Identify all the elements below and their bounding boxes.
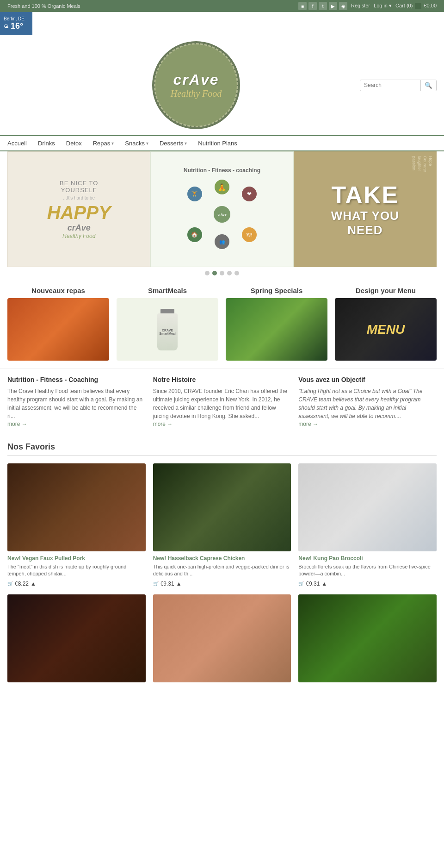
price-value-3: €9.31 xyxy=(306,581,320,587)
favoris-item-5 xyxy=(153,594,291,686)
nav-item-desserts[interactable]: Desserts ▾ xyxy=(160,140,187,147)
slide3-words: HopeCouragelaughterpassion xyxy=(412,156,433,172)
info-block-objectif: Vous avez un Objectif "Eating Right not … xyxy=(298,376,437,427)
favoris-name-2[interactable]: New! Hasselback Caprese Chicken xyxy=(153,555,291,562)
top-bar-right: ■ f t ▶ ◉ Register Log in ▾ Cart (0) €0.… xyxy=(298,2,437,10)
weather-temp: 16° xyxy=(11,21,23,31)
menu-text: MENU xyxy=(367,322,405,337)
favoris-item-1: New! Vegan Faux Pulled Pork The "meat" i… xyxy=(7,463,146,587)
info3-quote: "Eating Right not as a Choice but with a… xyxy=(298,387,437,420)
info2-text: Since 2010, CRAVE founder Eric Chan has … xyxy=(153,387,291,420)
instagram-icon[interactable]: ◉ xyxy=(339,2,347,10)
header-right: 🔍 xyxy=(360,80,437,91)
dot-4[interactable] xyxy=(227,271,232,275)
slide2-title: Nutrition - Fitness - coaching xyxy=(184,167,260,174)
col1-image[interactable] xyxy=(7,298,109,361)
hero-slide-1: BE NICE TO YOURSELF ...It's hard to be H… xyxy=(7,151,150,267)
favoris-price-3: 🛒 €9.31 ▲ xyxy=(298,581,437,587)
col-spring-specials: Spring Specials xyxy=(226,287,327,361)
search-input[interactable] xyxy=(360,80,420,90)
favoris-img-3[interactable] xyxy=(298,463,437,551)
info-section: Nutrition - Fitness - Coaching The Crave… xyxy=(0,368,444,435)
col4-image[interactable]: MENU xyxy=(335,298,437,361)
login-link[interactable]: Log in ▾ xyxy=(374,3,392,9)
logo-circle: crAve Healthy Food xyxy=(152,41,240,129)
favoris-img-6[interactable] xyxy=(298,594,437,682)
logo-text-sub: Healthy Food xyxy=(171,88,222,99)
nav-list: Accueil Drinks Detox Repas ▾ Snacks ▾ De… xyxy=(7,140,437,147)
register-link[interactable]: Register xyxy=(351,3,370,9)
favoris-section: Nos Favoris New! Vegan Faux Pulled Pork … xyxy=(0,435,444,693)
search-box: 🔍 xyxy=(360,80,437,91)
header: crAve Healthy Food 🔍 xyxy=(0,35,444,135)
weather-widget: Berlin, DE 🌤 16° xyxy=(0,12,32,35)
price-up-1: ▲ xyxy=(31,581,36,587)
favoris-item-3: New! Kung Pao Broccoli Broccoli florets … xyxy=(298,463,437,587)
dot-2[interactable] xyxy=(212,271,217,275)
col-design-menu: Design your Menu MENU xyxy=(335,287,437,361)
logo: crAve Healthy Food xyxy=(150,39,242,131)
slide3-what-you: WHAT YOU xyxy=(331,209,399,223)
favoris-img-5[interactable] xyxy=(153,594,291,682)
favoris-desc-1: The "meat" in this dish is made up by ro… xyxy=(7,563,146,578)
cart-icon-2: 🛒 xyxy=(153,581,159,586)
hero-slide-2: Nutrition - Fitness - coaching crAve 🧘 ❤… xyxy=(150,151,293,267)
price-value-1: €8.22 xyxy=(15,581,29,587)
facebook-icon[interactable]: f xyxy=(308,2,317,10)
slide1-tagline: Healthy Food xyxy=(62,233,95,239)
price-value-2: €9.31 xyxy=(160,581,174,587)
twitter-icon[interactable]: t xyxy=(319,2,327,10)
info3-title: Vous avez un Objectif xyxy=(298,376,437,383)
dot-5[interactable] xyxy=(234,271,239,275)
featured-section: Nouveaux repas SmartMeals CRAVESmartMeal… xyxy=(0,279,444,368)
cart-info[interactable]: Cart (0) €0.00 xyxy=(395,3,437,9)
nav-item-snacks[interactable]: Snacks ▾ xyxy=(125,140,148,147)
slide3-take: TAKE xyxy=(331,181,399,209)
dot-1[interactable] xyxy=(205,271,210,275)
logo-text-main: crAve xyxy=(173,71,219,88)
nav-item-detox[interactable]: Detox xyxy=(66,140,82,147)
col3-image[interactable] xyxy=(226,298,327,361)
favoris-name-1[interactable]: New! Vegan Faux Pulled Pork xyxy=(7,555,146,562)
nav-item-repas[interactable]: Repas ▾ xyxy=(93,140,114,147)
rss-icon[interactable]: ■ xyxy=(298,2,307,10)
youtube-icon[interactable]: ▶ xyxy=(329,2,337,10)
top-links: Register Log in ▾ Cart (0) €0.00 xyxy=(351,3,437,9)
favoris-img-4[interactable] xyxy=(7,594,146,682)
nav-item-nutrition-plans[interactable]: Nutrition Plans xyxy=(198,140,237,147)
col-smartmeals: SmartMeals CRAVESmartMeal xyxy=(117,287,218,361)
col-nouveaux-repas: Nouveaux repas xyxy=(7,287,109,361)
nav-item-accueil[interactable]: Accueil xyxy=(7,140,27,147)
weather-location: Berlin, DE xyxy=(4,16,25,21)
col2-title: SmartMeals xyxy=(148,287,187,294)
info2-more-link[interactable]: more → xyxy=(153,421,173,427)
favoris-item-6 xyxy=(298,594,437,686)
info1-more-link[interactable]: more → xyxy=(7,421,27,427)
favoris-name-3[interactable]: New! Kung Pao Broccoli xyxy=(298,555,437,562)
nav-item-drinks[interactable]: Drinks xyxy=(38,140,55,147)
col2-image[interactable]: CRAVESmartMeal xyxy=(117,298,218,361)
info2-title: Notre Histoire xyxy=(153,376,291,383)
favoris-price-1: 🛒 €8.22 ▲ xyxy=(7,581,146,587)
dot-3[interactable] xyxy=(220,271,224,275)
tagline: Fresh and 100 % Organic Meals xyxy=(7,3,80,9)
slide1-happy: HAPPY xyxy=(47,202,111,223)
favoris-price-2: 🛒 €9.31 ▲ xyxy=(153,581,291,587)
favoris-img-2[interactable] xyxy=(153,463,291,551)
search-button[interactable]: 🔍 xyxy=(420,80,436,91)
col4-title: Design your Menu xyxy=(356,287,416,294)
slide1-crave: crAve xyxy=(68,223,91,233)
price-up-3: ▲ xyxy=(321,581,327,587)
nutrition-infographic: crAve 🧘 ❤ 🏋 🍽 🏠 👥 xyxy=(185,177,259,251)
col1-title: Nouveaux repas xyxy=(31,287,85,294)
slide1-line1: BE NICE TO xyxy=(60,180,98,187)
info-block-nutrition: Nutrition - Fitness - Coaching The Crave… xyxy=(7,376,146,427)
social-icons: ■ f t ▶ ◉ xyxy=(298,2,347,10)
info3-more-link[interactable]: more → xyxy=(298,421,318,427)
favoris-item-4 xyxy=(7,594,146,686)
price-up-2: ▲ xyxy=(176,581,182,587)
favoris-desc-2: This quick one-pan high-protein and vegg… xyxy=(153,563,291,578)
cart-icon-3: 🛒 xyxy=(298,581,304,586)
favoris-grid: New! Vegan Faux Pulled Pork The "meat" i… xyxy=(7,463,437,686)
favoris-img-1[interactable] xyxy=(7,463,146,551)
